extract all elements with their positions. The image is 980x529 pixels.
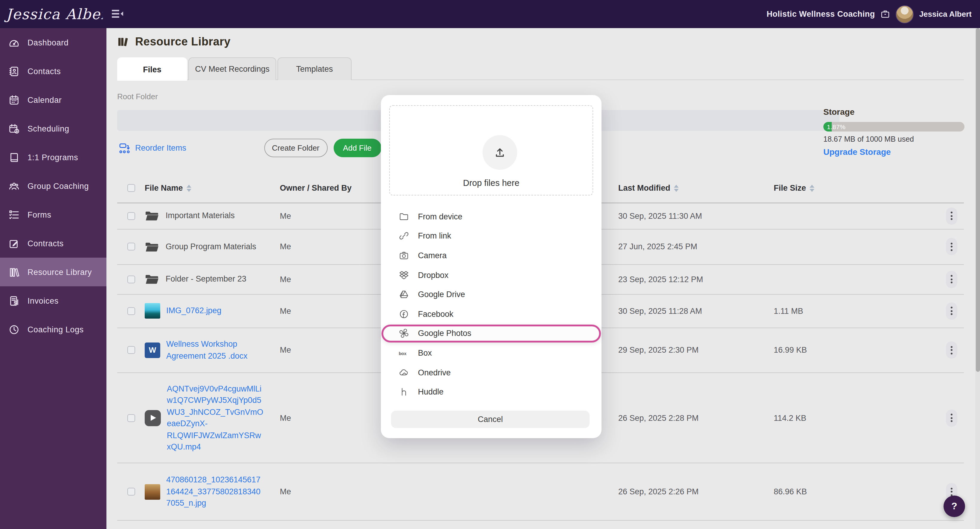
column-file-name[interactable]: File Name: [145, 184, 183, 192]
row-checkbox[interactable]: [127, 243, 135, 251]
huddle-icon: [398, 386, 409, 397]
sidebar-item-contracts[interactable]: Contracts: [0, 229, 107, 257]
modified-cell: 30 Sep, 2025 11:30 AM: [614, 211, 764, 221]
tab-templates[interactable]: Templates: [277, 57, 352, 80]
folder-link[interactable]: Important Materials: [165, 211, 235, 220]
select-all-checkbox[interactable]: [127, 184, 135, 192]
dashboard-icon: [8, 37, 20, 48]
sidebar-collapse-icon[interactable]: [111, 9, 124, 19]
modified-cell: 27 Jun, 2025 2:45 PM: [614, 242, 764, 251]
file-link[interactable]: Wellness Workshop Agreement 2025 .docx: [166, 338, 263, 362]
add-file-button[interactable]: Add File: [333, 139, 381, 157]
image-thumbnail: [145, 303, 160, 319]
svg-text:box: box: [399, 351, 407, 356]
sidebar-item-scheduling[interactable]: Scheduling: [0, 114, 107, 143]
storage-percent: 1.87%: [827, 123, 846, 130]
option-huddle[interactable]: Huddle: [381, 382, 601, 402]
row-menu-button[interactable]: [946, 270, 957, 288]
size-cell: 16.99 KB: [764, 346, 939, 355]
word-doc-icon: W: [145, 343, 160, 358]
sidebar-item-resource-library[interactable]: Resource Library: [0, 257, 107, 286]
scheduling-icon: [8, 123, 20, 134]
sidebar-item-invoices[interactable]: Invoices: [0, 286, 107, 315]
sort-icon[interactable]: [186, 184, 191, 192]
sort-icon[interactable]: [810, 184, 815, 192]
row-checkbox[interactable]: [127, 488, 135, 496]
help-button[interactable]: ?: [943, 496, 965, 517]
sidebar-item-coaching-logs[interactable]: Coaching Logs: [0, 315, 107, 344]
dropbox-icon: [398, 270, 409, 280]
row-menu-button[interactable]: [946, 342, 957, 359]
book-icon: [8, 151, 20, 163]
calendar-icon: [8, 94, 20, 105]
sidebar-item-contacts[interactable]: Contacts: [0, 57, 107, 86]
sidebar-item-programs[interactable]: 1:1 Programs: [0, 143, 107, 172]
sidebar-item-forms[interactable]: Forms: [0, 200, 107, 229]
create-folder-button[interactable]: Create Folder: [264, 139, 328, 157]
column-last-modified[interactable]: Last Modified: [618, 184, 670, 192]
row-checkbox[interactable]: [127, 212, 135, 220]
row-menu-button[interactable]: [946, 207, 957, 225]
storage-progress-bar: 1.87%: [823, 122, 964, 132]
option-google-drive[interactable]: Google Drive: [381, 285, 601, 304]
option-from-device[interactable]: From device: [381, 207, 601, 226]
camera-icon: [398, 250, 409, 261]
drop-zone[interactable]: Drop files here: [389, 105, 593, 195]
row-checkbox[interactable]: [127, 346, 135, 354]
upload-source-list: From device From link Camera Dropbox Goo…: [381, 207, 601, 402]
row-menu-button[interactable]: [946, 409, 957, 426]
contacts-icon: [8, 65, 20, 77]
row-menu-button[interactable]: [946, 238, 957, 255]
file-link[interactable]: 470860128_10236145617164424_337758028183…: [166, 474, 263, 509]
invoices-icon: [8, 295, 20, 307]
row-checkbox[interactable]: [127, 307, 135, 315]
group-icon: [8, 180, 20, 192]
storage-usage: 18.67 MB of 1000 MB used: [823, 135, 964, 143]
onedrive-icon: [398, 367, 409, 378]
google-photos-icon: [398, 328, 409, 339]
cancel-button[interactable]: Cancel: [391, 411, 590, 428]
storage-title: Storage: [823, 107, 964, 116]
video-play-icon: [145, 410, 161, 426]
google-drive-icon: [398, 289, 409, 300]
app-canvas: Jessica Albert Holistic Wellness Coachin…: [0, 0, 980, 529]
option-onedrive[interactable]: Onedrive: [381, 363, 601, 382]
option-from-link[interactable]: From link: [381, 226, 601, 246]
row-checkbox[interactable]: [127, 414, 135, 422]
row-menu-button[interactable]: [946, 302, 957, 319]
size-cell: 114.2 KB: [764, 413, 939, 422]
sidebar-item-dashboard[interactable]: Dashboard: [0, 28, 107, 57]
tab-cv-meet-recordings[interactable]: CV Meet Recordings: [188, 57, 276, 80]
briefcase-icon[interactable]: [880, 9, 891, 19]
option-google-photos[interactable]: Google Photos: [381, 324, 601, 343]
modified-cell: 26 Sep, 2025 2:26 PM: [614, 487, 764, 496]
file-link[interactable]: AQNTvej9V0vP4cguwMlLiw1Q7CWPyWJ5XqjYp0d5…: [167, 383, 264, 453]
reorder-items-button[interactable]: Reorder Items: [118, 142, 186, 154]
column-file-size[interactable]: File Size: [774, 184, 806, 192]
upgrade-storage-link[interactable]: Upgrade Storage: [823, 147, 964, 157]
folder-icon: [145, 241, 159, 253]
option-dropbox[interactable]: Dropbox: [381, 265, 601, 285]
size-cell: 86.96 KB: [764, 487, 939, 496]
scrollbar-thumb[interactable]: [975, 28, 980, 372]
file-link[interactable]: IMG_0762.jpeg: [166, 305, 263, 317]
sort-icon[interactable]: [674, 184, 679, 192]
storage-panel: Storage 1.87% 18.67 MB of 1000 MB used U…: [823, 107, 964, 157]
tab-files[interactable]: Files: [117, 57, 187, 81]
user-avatar[interactable]: [896, 5, 914, 23]
user-name: Jessica Albert: [919, 10, 972, 19]
option-facebook[interactable]: Facebook: [381, 304, 601, 324]
sidebar-item-group-coaching[interactable]: Group Coaching: [0, 172, 107, 200]
folder-link[interactable]: Group Program Materials: [165, 242, 256, 251]
breadcrumb: Root Folder: [117, 92, 158, 101]
topbar: Jessica Albert Holistic Wellness Coachin…: [0, 0, 980, 28]
modified-cell: 23 Sep, 2025 12:12 PM: [614, 275, 764, 284]
row-checkbox[interactable]: [127, 275, 135, 283]
option-camera[interactable]: Camera: [381, 246, 601, 265]
sidebar-item-calendar[interactable]: Calendar: [0, 86, 107, 114]
app-logo: Jessica Albert: [0, 6, 103, 22]
option-box[interactable]: box Box: [381, 343, 601, 362]
folder-icon: [145, 210, 159, 222]
image-thumbnail: [145, 484, 160, 499]
folder-link[interactable]: Folder - September 23: [165, 274, 247, 283]
